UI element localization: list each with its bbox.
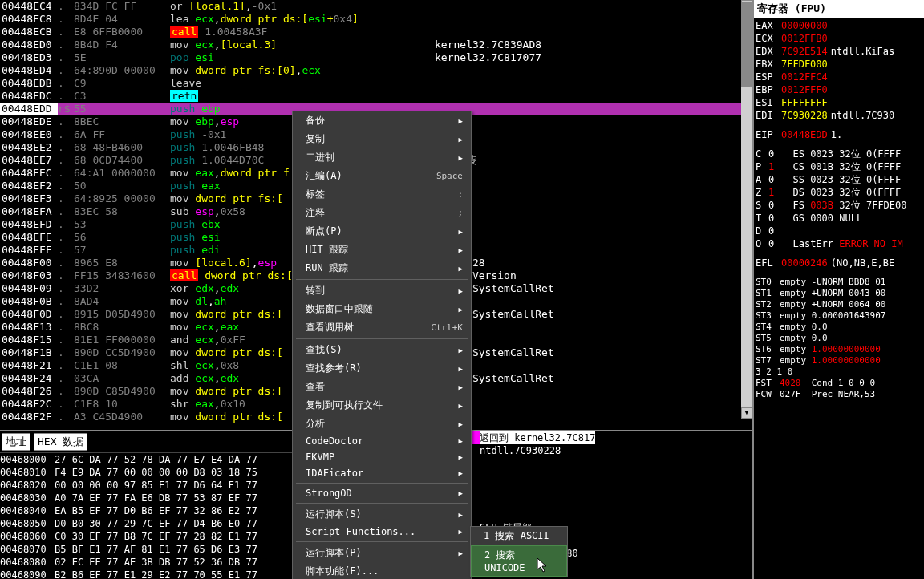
scroll-thumb[interactable] (741, 2, 752, 87)
menu-item[interactable]: IDAFicator▶ (293, 465, 471, 481)
fpu-fcw[interactable]: FCW027F Prec NEAR,53 (756, 388, 922, 399)
disasm-addr: 00448EE7 (0, 154, 58, 167)
register-row[interactable]: ECX0012FFB0 (756, 32, 922, 45)
disasm-row[interactable]: 00448ECB.E8 6FFB0000call 1.00458A3F (0, 26, 752, 38)
disasm-instruction: call 1.00458A3F (170, 26, 435, 38)
registers-content[interactable]: EAX00000000ECX0012FFB0EDX7C92E514ntdll.K… (754, 18, 924, 579)
submenu-arrow-icon: ▶ (459, 287, 463, 295)
disasm-row[interactable]: 00448EC4.834D FC FFor [local.1],-0x1 (0, 0, 752, 13)
submenu-arrow-icon: ▶ (459, 383, 463, 391)
register-efl[interactable]: EFL00000246(NO,NB,E,BE (756, 257, 922, 269)
fpu-register-row[interactable]: ST0empty -UNORM BBD8 01 (756, 276, 922, 287)
disasm-hex: 50 (74, 180, 170, 192)
fpu-register-row[interactable]: ST2empty +UNORM 0064 00 (756, 298, 922, 310)
menu-item[interactable]: 复制▶ (293, 130, 471, 148)
menu-item[interactable]: 标签: (293, 185, 471, 204)
flag-row[interactable]: D0 (756, 225, 922, 237)
disasm-instruction: or [local.1],-0x1 (170, 0, 435, 13)
disasm-instruction: pop esi (170, 51, 435, 64)
menu-separator (296, 503, 468, 504)
menu-item[interactable]: 二进制▶ (293, 148, 471, 167)
submenu-arrow-icon: ▶ (459, 265, 463, 273)
flag-row[interactable]: O0 LastErr ERROR_NO_IM (756, 237, 922, 250)
menu-item[interactable]: 运行脚本(S)▶ (293, 505, 471, 524)
fpu-register-row[interactable]: ST6empty 1.00000000000 (756, 343, 922, 354)
disasm-row[interactable]: 00448ED4.64:890D 00000mov dword ptr fs:[… (0, 64, 752, 77)
menu-item[interactable]: 汇编(A)Space (293, 167, 471, 185)
register-row[interactable]: ESIFFFFFFFF (756, 96, 922, 109)
submenu-arrow-icon: ▶ (459, 469, 463, 477)
submenu-arrow-icon: ▶ (459, 346, 463, 354)
disasm-row[interactable]: 00448EC8.8D4E 04lea ecx,dword ptr ds:[es… (0, 13, 752, 26)
menu-item[interactable]: RUN 跟踪▶ (293, 259, 471, 277)
disasm-marker: . (58, 0, 74, 13)
disasm-scrollbar[interactable]: ▲ ▼ (741, 0, 752, 419)
flag-row[interactable]: Z1 DS 0023 32位 0(FFFF (756, 186, 922, 199)
submenu-arrow-icon: ▶ (459, 549, 463, 557)
disasm-hex: 890D CC5D4900 (74, 346, 170, 359)
menu-item[interactable]: 查看调用树Ctrl+K (293, 318, 471, 337)
disasm-hex: 8B4D F4 (74, 38, 170, 51)
disasm-marker: . (58, 385, 74, 398)
menu-item[interactable]: StrongOD▶ (293, 485, 471, 501)
menu-separator (296, 541, 468, 542)
menu-item[interactable]: 断点(P)▶ (293, 222, 471, 241)
menu-item[interactable]: 数据窗口中跟随▶ (293, 300, 471, 318)
flag-row[interactable]: C0 ES 0023 32位 0(FFFF (756, 148, 922, 160)
disasm-row[interactable]: 00448EDB.C9leave (0, 77, 752, 90)
disasm-hex: 53 (74, 218, 170, 231)
fpu-fst[interactable]: FST4020 Cond 1 0 0 0 (756, 377, 922, 388)
flag-row[interactable]: S0 FS 003B 32位 7FFDE00 (756, 199, 922, 212)
register-row[interactable]: EBP0012FFF0 (756, 83, 922, 96)
disasm-hex: 8BC8 (74, 321, 170, 334)
menu-item[interactable]: Script Functions...▶ (293, 524, 471, 540)
submenu-arrow-icon: ▶ (459, 511, 463, 519)
menu-item[interactable]: CodeDoctor▶ (293, 433, 471, 449)
fpu-register-row[interactable]: ST5empty 0.0 (756, 332, 922, 343)
menu-item[interactable]: FKVMP▶ (293, 449, 471, 465)
flag-row[interactable]: T0 GS 0000 NULL (756, 212, 922, 225)
register-row[interactable]: EBX7FFDF000 (756, 58, 922, 71)
fpu-register-row[interactable]: ST4empty 0.0 (756, 321, 922, 332)
menu-item[interactable]: 备份▶ (293, 111, 471, 130)
disasm-addr: 00448ECB (0, 26, 58, 38)
disasm-row[interactable]: 00448EDC.C3retn (0, 90, 752, 103)
menu-item[interactable]: 注释; (293, 204, 471, 222)
fpu-register-row[interactable]: ST3empty 0.000001643907 (756, 310, 922, 321)
disasm-marker: . (58, 26, 74, 38)
menu-item[interactable]: HIT 跟踪▶ (293, 241, 471, 259)
submenu-item[interactable]: 1 搜索 ASCII (471, 527, 567, 545)
disasm-marker: . (58, 244, 74, 257)
menu-item[interactable]: 运行脚本(P)▶ (293, 544, 471, 562)
disasm-row[interactable]: 00448ED3.5Epop esikernel32.7C817077 (0, 51, 752, 64)
disasm-marker: . (58, 64, 74, 77)
register-row[interactable]: ESP0012FFC4 (756, 71, 922, 83)
register-row[interactable]: EAX00000000 (756, 19, 922, 32)
disasm-row[interactable]: 00448ED0.8B4D F4mov ecx,[local.3]kernel3… (0, 38, 752, 51)
flag-row[interactable]: P1 CS 001B 32位 0(FFFF (756, 160, 922, 173)
menu-item[interactable]: 脚本功能(F)... (293, 562, 471, 579)
menu-separator (296, 279, 468, 280)
disasm-addr: 00448EFA (0, 205, 58, 218)
menu-item[interactable]: 查看▶ (293, 378, 471, 396)
disasm-hex: 68 0CD74400 (74, 154, 170, 167)
scroll-down-arrow[interactable]: ▼ (741, 407, 752, 419)
fpu-register-row[interactable]: ST1empty +UNORM 0043 00 (756, 287, 922, 298)
menu-item[interactable]: 查找参考(R)▶ (293, 359, 471, 378)
register-eip[interactable]: EIP00448EDD1. (756, 128, 922, 141)
menu-item[interactable]: 分析▶ (293, 415, 471, 433)
disasm-addr: 00448EE2 (0, 141, 58, 154)
disasm-marker: . (58, 398, 74, 411)
fpu-register-row[interactable]: ST7empty 1.00000000000 (756, 354, 922, 366)
menu-item[interactable]: 转到▶ (293, 281, 471, 300)
disasm-marker: . (58, 13, 74, 26)
menu-item[interactable]: 复制到可执行文件▶ (293, 396, 471, 415)
register-row[interactable]: EDX7C92E514ntdll.KiFas (756, 45, 922, 58)
submenu-item[interactable]: 2 搜索 UNICODE (471, 545, 567, 577)
disasm-hex: 03CA (74, 372, 170, 385)
menu-item[interactable]: 查找(S)▶ (293, 341, 471, 359)
dump-header-hex: HEX 数据 (34, 433, 87, 451)
disasm-marker: . (58, 180, 74, 192)
register-row[interactable]: EDI7C930228ntdll.7C930 (756, 109, 922, 122)
flag-row[interactable]: A0 SS 0023 32位 0(FFFF (756, 173, 922, 186)
